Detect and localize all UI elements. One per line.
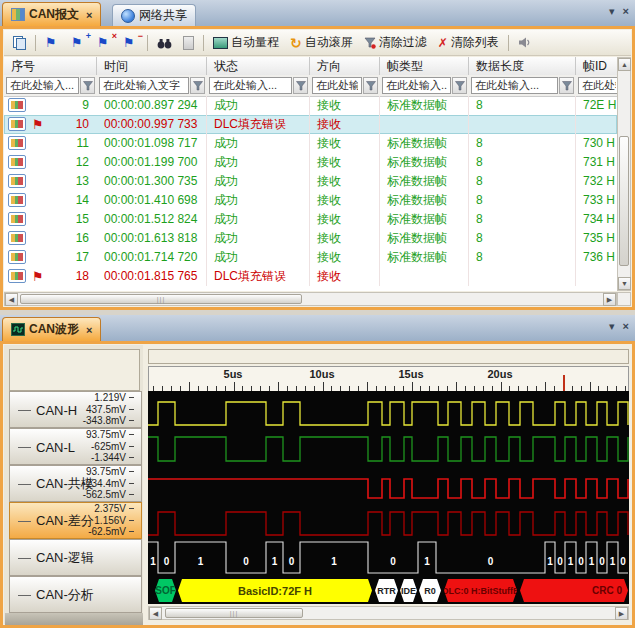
cell-len: 8 (469, 248, 576, 267)
trace-can-diff (148, 512, 628, 535)
cell-no: 17 (44, 248, 89, 267)
channel-box: CAN-逻辑 (9, 539, 142, 576)
cell-no: 14 (44, 191, 89, 210)
table-vertical-scrollbar[interactable]: ▲ ▼ (617, 57, 631, 291)
logic-bit-label: 0 (243, 556, 249, 567)
column-header-type[interactable]: 帧类型 (380, 57, 469, 75)
scroll-right-arrow[interactable]: ▶ (615, 607, 628, 620)
tab-close-icon[interactable]: × (86, 9, 92, 21)
tab-can-waveform[interactable]: CAN波形 × (2, 317, 101, 341)
table-row[interactable]: 1400:00:01.410 698成功接收标准数据帧8733 H (4, 191, 617, 210)
channel-row-CAN-共模[interactable]: CAN-共模93.75mV-234.4mV-562.5mV (5, 465, 143, 502)
message-icon (8, 136, 26, 150)
channel-box: CAN-共模93.75mV-234.4mV-562.5mV (9, 465, 142, 502)
table-row[interactable]: 1600:00:01.613 818成功接收标准数据帧8735 H (4, 229, 617, 248)
filter-funnel-button[interactable] (190, 77, 205, 94)
filter-input-len[interactable] (471, 77, 558, 94)
filter-input-time[interactable] (99, 77, 189, 94)
scroll-left-arrow[interactable]: ◀ (5, 293, 18, 306)
marker-add-button[interactable]: ⚑+ (67, 33, 90, 52)
channel-label: CAN-差分 (36, 512, 94, 530)
channel-scale-value: -234.4mV (83, 478, 134, 489)
panel-dropdown-icon[interactable]: ▾ (609, 320, 615, 333)
table-row[interactable]: 1200:00:01.199 700成功接收标准数据帧8731 H (4, 153, 617, 172)
table-row[interactable]: ⚑1000:00:00.997 733DLC填充错误接收 (4, 115, 617, 134)
scrollbar-corner (617, 292, 631, 306)
clear-filter-button[interactable]: 清除过滤 (360, 32, 431, 53)
channel-row-CAN-L[interactable]: CAN-L93.75mV-625mV-1.344V (5, 428, 143, 465)
scroll-down-arrow[interactable]: ▼ (618, 277, 631, 290)
auto-range-button[interactable]: 自动量程 (209, 32, 283, 53)
marker-flag-icon: ⚑ (97, 35, 109, 50)
marker-clear-button[interactable]: ⚑− (119, 33, 142, 52)
clear-list-button[interactable]: ✗ 清除列表 (434, 32, 503, 53)
top-tab-bar: CAN报文 × 网络共享 ▾ × (0, 0, 635, 27)
scrollbar-thumb[interactable]: ||| (165, 608, 303, 618)
message-icon (8, 98, 26, 112)
scrollbar-thumb[interactable]: ||| (20, 294, 302, 304)
cell-time: 00:00:01.512 824 (97, 210, 207, 229)
channel-pane-header (9, 349, 140, 391)
auto-scroll-button[interactable]: ↻ 自动滚屏 (286, 32, 357, 53)
table-horizontal-scrollbar[interactable]: ◀ ▶ ||| (4, 292, 617, 306)
channel-row-CAN-逻辑[interactable]: CAN-逻辑 (5, 539, 143, 576)
column-header-status[interactable]: 状态 (207, 57, 310, 75)
time-cursor[interactable] (563, 375, 565, 391)
column-header-dir[interactable]: 方向 (310, 57, 380, 75)
log-button[interactable] (179, 34, 198, 52)
tab-close-icon[interactable]: × (86, 324, 92, 336)
table-row[interactable]: 1300:00:01.300 735成功接收标准数据帧8732 H (4, 172, 617, 191)
message-icon (8, 117, 26, 131)
tab-can-messages[interactable]: CAN报文 × (2, 2, 101, 26)
panel-close-icon[interactable]: × (623, 320, 629, 333)
tab-network-share[interactable]: 网络共享 (112, 4, 196, 26)
table-row[interactable]: 1500:00:01.512 824成功接收标准数据帧8734 H (4, 210, 617, 229)
channel-row-CAN-H[interactable]: CAN-H1.219V437.5mV-343.8mV (5, 391, 143, 428)
find-button[interactable] (153, 35, 176, 51)
panel-close-icon[interactable]: × (623, 5, 629, 18)
sound-button[interactable] (514, 34, 535, 51)
filter-input-status[interactable] (209, 77, 292, 94)
filter-funnel-button[interactable] (293, 77, 308, 94)
filter-funnel-button[interactable] (559, 77, 574, 94)
column-header-no[interactable]: 序号 (4, 57, 97, 75)
channel-row-CAN-分析[interactable]: CAN-分析 (5, 576, 143, 613)
logic-bit-label: 1 (424, 556, 430, 567)
table-row[interactable]: 900:00:00.897 294成功接收标准数据帧872E H (4, 96, 617, 115)
scrollbar-thumb[interactable] (619, 136, 629, 266)
waveform-horizontal-scrollbar[interactable]: ◀ ▶ ||| (148, 606, 629, 620)
column-header-time[interactable]: 时间 (97, 57, 207, 75)
cell-type: 标准数据帧 (380, 172, 469, 191)
cell-type: 标准数据帧 (380, 210, 469, 229)
filter-funnel-button[interactable] (452, 77, 467, 94)
table-row[interactable]: ⚑1800:00:01.815 765DLC填充错误接收 (4, 267, 617, 286)
panel-dropdown-icon[interactable]: ▾ (609, 5, 615, 18)
cell-status: 成功 (207, 229, 310, 248)
logic-bit-label: 0 (557, 556, 563, 567)
cell-id: 735 H (576, 229, 617, 248)
filter-input-id[interactable] (578, 77, 617, 94)
table-row[interactable]: 1700:00:01.714 720成功接收标准数据帧8736 H (4, 248, 617, 267)
copy-button[interactable] (9, 34, 30, 51)
auto-range-label: 自动量程 (231, 34, 279, 51)
column-header-len[interactable]: 数据长度 (469, 57, 576, 75)
marker-delete-button[interactable]: ⚑× (93, 33, 116, 52)
table-row[interactable]: 1100:00:01.098 717成功接收标准数据帧8730 H (4, 134, 617, 153)
channel-box: CAN-H1.219V437.5mV-343.8mV (9, 391, 142, 428)
scroll-up-arrow[interactable]: ▲ (618, 58, 631, 71)
cell-id: 736 H (576, 248, 617, 267)
channel-row-CAN-差分[interactable]: CAN-差分2.375V1.156V-62.5mV (5, 502, 143, 539)
filter-funnel-button[interactable] (80, 77, 95, 94)
filter-funnel-button[interactable] (363, 77, 378, 94)
scroll-right-arrow[interactable]: ▶ (603, 293, 616, 306)
marker-button[interactable]: ⚑ (41, 33, 64, 52)
cell-no: 15 (44, 210, 89, 229)
logic-bit-label: 1 (589, 556, 595, 567)
scroll-left-arrow[interactable]: ◀ (149, 607, 162, 620)
filter-input-type[interactable] (382, 77, 451, 94)
filter-input-no[interactable] (6, 77, 79, 94)
column-header-id[interactable]: 帧ID (576, 57, 617, 75)
cell-no: 13 (44, 172, 89, 191)
cell-no: 16 (44, 229, 89, 248)
filter-input-dir[interactable] (312, 77, 362, 94)
